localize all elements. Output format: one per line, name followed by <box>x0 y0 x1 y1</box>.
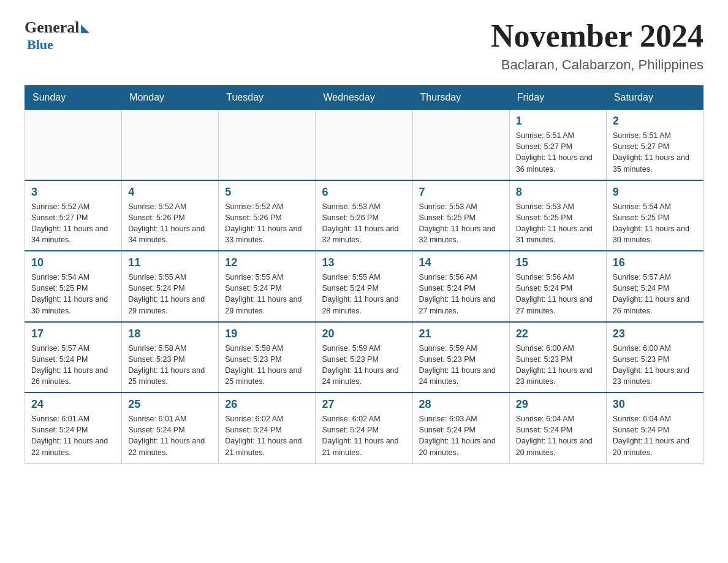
calendar-day-header: Friday <box>509 86 606 110</box>
calendar-week-row: 24Sunrise: 6:01 AM Sunset: 5:24 PM Dayli… <box>25 393 703 463</box>
day-number: 9 <box>613 186 697 199</box>
calendar-cell: 19Sunrise: 5:58 AM Sunset: 5:23 PM Dayli… <box>219 322 316 393</box>
day-number: 23 <box>613 327 697 340</box>
day-number: 21 <box>419 327 503 340</box>
day-number: 13 <box>322 256 406 269</box>
day-info: Sunrise: 5:58 AM Sunset: 5:23 PM Dayligh… <box>128 343 212 388</box>
day-number: 22 <box>516 327 600 340</box>
calendar-cell: 2Sunrise: 5:51 AM Sunset: 5:27 PM Daylig… <box>606 110 703 180</box>
calendar-cell: 18Sunrise: 5:58 AM Sunset: 5:23 PM Dayli… <box>122 322 219 393</box>
calendar-cell: 15Sunrise: 5:56 AM Sunset: 5:24 PM Dayli… <box>509 251 606 322</box>
calendar-week-row: 1Sunrise: 5:51 AM Sunset: 5:27 PM Daylig… <box>25 110 703 180</box>
day-info: Sunrise: 6:04 AM Sunset: 5:24 PM Dayligh… <box>516 413 600 458</box>
calendar-header-row: SundayMondayTuesdayWednesdayThursdayFrid… <box>25 86 703 110</box>
day-info: Sunrise: 6:01 AM Sunset: 5:24 PM Dayligh… <box>128 413 212 458</box>
calendar-table: SundayMondayTuesdayWednesdayThursdayFrid… <box>25 85 703 464</box>
calendar-cell: 28Sunrise: 6:03 AM Sunset: 5:24 PM Dayli… <box>412 393 509 463</box>
day-number: 14 <box>419 256 503 269</box>
day-info: Sunrise: 6:02 AM Sunset: 5:24 PM Dayligh… <box>225 413 309 458</box>
day-number: 7 <box>419 186 503 199</box>
calendar-cell: 14Sunrise: 5:56 AM Sunset: 5:24 PM Dayli… <box>412 251 509 322</box>
day-number: 3 <box>31 186 115 199</box>
day-info: Sunrise: 5:54 AM Sunset: 5:25 PM Dayligh… <box>31 272 115 316</box>
calendar-cell <box>25 110 122 180</box>
calendar-cell <box>412 110 509 180</box>
day-number: 15 <box>516 256 600 269</box>
day-number: 6 <box>322 186 406 199</box>
day-info: Sunrise: 5:57 AM Sunset: 5:24 PM Dayligh… <box>613 272 697 316</box>
day-info: Sunrise: 5:51 AM Sunset: 5:27 PM Dayligh… <box>613 130 697 175</box>
day-number: 18 <box>128 327 212 340</box>
day-info: Sunrise: 5:59 AM Sunset: 5:23 PM Dayligh… <box>322 343 406 388</box>
day-info: Sunrise: 5:56 AM Sunset: 5:24 PM Dayligh… <box>419 272 503 316</box>
calendar-cell: 4Sunrise: 5:52 AM Sunset: 5:26 PM Daylig… <box>122 180 219 251</box>
day-number: 24 <box>31 398 115 411</box>
calendar-cell: 5Sunrise: 5:52 AM Sunset: 5:26 PM Daylig… <box>219 180 316 251</box>
day-info: Sunrise: 6:02 AM Sunset: 5:24 PM Dayligh… <box>322 413 406 458</box>
day-number: 28 <box>419 398 503 411</box>
day-info: Sunrise: 6:04 AM Sunset: 5:24 PM Dayligh… <box>613 413 697 458</box>
page-subtitle: Baclaran, Calabarzon, Philippines <box>491 57 703 73</box>
day-number: 8 <box>516 186 600 199</box>
day-number: 5 <box>225 186 309 199</box>
calendar-cell: 13Sunrise: 5:55 AM Sunset: 5:24 PM Dayli… <box>316 251 412 322</box>
calendar-cell: 29Sunrise: 6:04 AM Sunset: 5:24 PM Dayli… <box>509 393 606 463</box>
day-number: 11 <box>128 256 212 269</box>
calendar-day-header: Tuesday <box>219 86 316 110</box>
day-number: 26 <box>225 398 309 411</box>
calendar-cell: 11Sunrise: 5:55 AM Sunset: 5:24 PM Dayli… <box>122 251 219 322</box>
day-number: 20 <box>322 327 406 340</box>
calendar-cell: 10Sunrise: 5:54 AM Sunset: 5:25 PM Dayli… <box>25 251 122 322</box>
day-info: Sunrise: 5:53 AM Sunset: 5:25 PM Dayligh… <box>419 201 503 246</box>
day-number: 17 <box>31 327 115 340</box>
calendar-cell: 30Sunrise: 6:04 AM Sunset: 5:24 PM Dayli… <box>606 393 703 463</box>
day-info: Sunrise: 5:52 AM Sunset: 5:26 PM Dayligh… <box>128 201 212 246</box>
day-info: Sunrise: 5:57 AM Sunset: 5:24 PM Dayligh… <box>31 343 115 388</box>
day-number: 4 <box>128 186 212 199</box>
calendar-day-header: Thursday <box>412 86 509 110</box>
logo-general-text: General <box>25 18 80 37</box>
calendar-cell: 6Sunrise: 5:53 AM Sunset: 5:26 PM Daylig… <box>316 180 412 251</box>
day-number: 1 <box>516 115 600 128</box>
day-number: 12 <box>225 256 309 269</box>
calendar-day-header: Sunday <box>25 86 122 110</box>
logo-arrow-icon <box>81 25 89 33</box>
calendar-cell: 23Sunrise: 6:00 AM Sunset: 5:23 PM Dayli… <box>606 322 703 393</box>
day-number: 25 <box>128 398 212 411</box>
day-info: Sunrise: 5:59 AM Sunset: 5:23 PM Dayligh… <box>419 343 503 388</box>
day-number: 19 <box>225 327 309 340</box>
day-info: Sunrise: 5:53 AM Sunset: 5:26 PM Dayligh… <box>322 201 406 246</box>
day-number: 16 <box>613 256 697 269</box>
calendar-cell: 16Sunrise: 5:57 AM Sunset: 5:24 PM Dayli… <box>606 251 703 322</box>
calendar-cell: 20Sunrise: 5:59 AM Sunset: 5:23 PM Dayli… <box>316 322 412 393</box>
calendar-cell: 22Sunrise: 6:00 AM Sunset: 5:23 PM Dayli… <box>509 322 606 393</box>
calendar-day-header: Wednesday <box>316 86 412 110</box>
calendar-cell: 3Sunrise: 5:52 AM Sunset: 5:27 PM Daylig… <box>25 180 122 251</box>
calendar-cell: 7Sunrise: 5:53 AM Sunset: 5:25 PM Daylig… <box>412 180 509 251</box>
calendar-cell: 26Sunrise: 6:02 AM Sunset: 5:24 PM Dayli… <box>219 393 316 463</box>
day-number: 30 <box>613 398 697 411</box>
day-info: Sunrise: 6:00 AM Sunset: 5:23 PM Dayligh… <box>613 343 697 388</box>
calendar-week-row: 3Sunrise: 5:52 AM Sunset: 5:27 PM Daylig… <box>25 180 703 251</box>
day-info: Sunrise: 5:55 AM Sunset: 5:24 PM Dayligh… <box>225 272 309 316</box>
page-header: General Blue November 2024 Baclaran, Cal… <box>25 18 703 73</box>
calendar-cell: 9Sunrise: 5:54 AM Sunset: 5:25 PM Daylig… <box>606 180 703 251</box>
calendar-cell: 21Sunrise: 5:59 AM Sunset: 5:23 PM Dayli… <box>412 322 509 393</box>
calendar-cell: 1Sunrise: 5:51 AM Sunset: 5:27 PM Daylig… <box>509 110 606 180</box>
day-info: Sunrise: 5:52 AM Sunset: 5:27 PM Dayligh… <box>31 201 115 246</box>
calendar-cell <box>219 110 316 180</box>
calendar-cell: 25Sunrise: 6:01 AM Sunset: 5:24 PM Dayli… <box>122 393 219 463</box>
day-number: 29 <box>516 398 600 411</box>
day-number: 27 <box>322 398 406 411</box>
calendar-cell <box>122 110 219 180</box>
day-info: Sunrise: 6:03 AM Sunset: 5:24 PM Dayligh… <box>419 413 503 458</box>
calendar-day-header: Saturday <box>606 86 703 110</box>
day-info: Sunrise: 5:52 AM Sunset: 5:26 PM Dayligh… <box>225 201 309 246</box>
day-info: Sunrise: 5:54 AM Sunset: 5:25 PM Dayligh… <box>613 201 697 246</box>
calendar-cell: 12Sunrise: 5:55 AM Sunset: 5:24 PM Dayli… <box>219 251 316 322</box>
day-info: Sunrise: 5:55 AM Sunset: 5:24 PM Dayligh… <box>322 272 406 316</box>
title-block: November 2024 Baclaran, Calabarzon, Phil… <box>491 18 703 73</box>
logo: General Blue <box>25 18 89 53</box>
calendar-day-header: Monday <box>122 86 219 110</box>
calendar-cell: 27Sunrise: 6:02 AM Sunset: 5:24 PM Dayli… <box>316 393 412 463</box>
